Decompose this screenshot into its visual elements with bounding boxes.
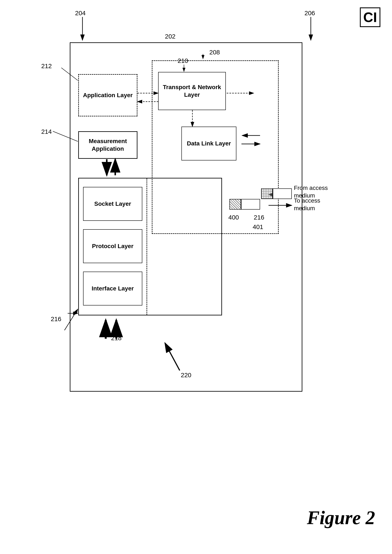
data-link-layer-box: Data Link Layer [182, 127, 236, 160]
ref-220: 220 [181, 372, 191, 379]
data-link-layer-label: Data Link Layer [187, 140, 231, 147]
dashed-divider [147, 179, 147, 315]
transport-network-layer-label: Transport & Network Layer [159, 83, 225, 99]
protocol-layer-box: Protocol Layer [83, 229, 142, 263]
ref-214: 214 [41, 128, 52, 135]
ref-212: 212 [41, 62, 52, 70]
from-access-medium-label: From access medium [294, 184, 336, 200]
ref-218: 218 [111, 334, 122, 342]
ref-208: 208 [209, 49, 220, 56]
ref-204: 204 [75, 9, 86, 17]
interface-layer-box: Interface Layer [83, 272, 142, 305]
figure-title: Figure 2 [307, 507, 375, 529]
packet-to-medium [229, 199, 260, 209]
packet-from-medium [261, 188, 292, 199]
measurement-application-box: Measurement Application [78, 131, 137, 159]
socket-layer-box: Socket Layer [83, 187, 142, 221]
interface-layer-label: Interface Layer [91, 285, 134, 292]
watermark-ci: CI [360, 7, 380, 27]
application-layer-label: Application Layer [83, 92, 133, 99]
application-layer-box: Application Layer [78, 74, 137, 116]
ref-202: 202 [165, 33, 175, 40]
transport-network-layer-box: Transport & Network Layer [158, 72, 226, 110]
measurement-application-label: Measurement Application [79, 137, 137, 153]
protocol-layer-label: Protocol Layer [92, 242, 133, 250]
ref-216b: 216 [51, 316, 61, 323]
box-200: Socket Layer Protocol Layer Interface La… [78, 178, 222, 316]
ref-206: 206 [304, 9, 315, 17]
socket-layer-label: Socket Layer [94, 200, 131, 208]
